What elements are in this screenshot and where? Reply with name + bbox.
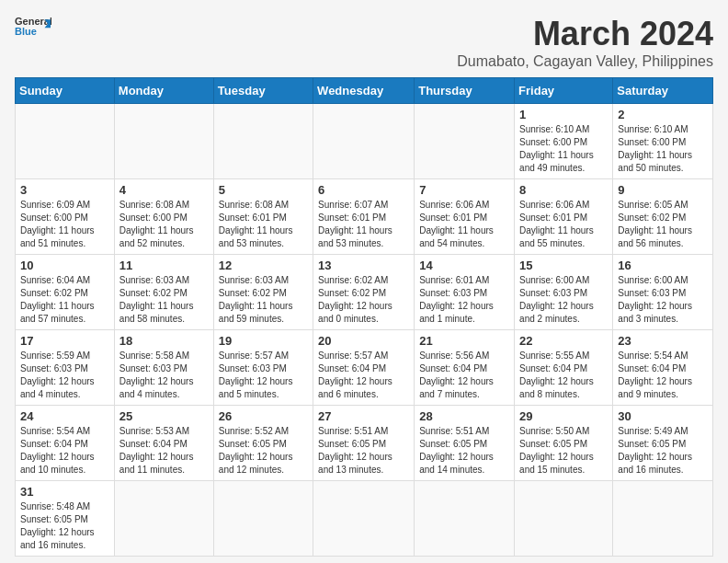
column-header-sunday: Sunday — [16, 78, 115, 104]
day-info: Sunrise: 6:00 AM Sunset: 6:03 PM Dayligh… — [618, 274, 708, 326]
calendar-cell — [415, 481, 515, 557]
calendar-cell: 4Sunrise: 6:08 AM Sunset: 6:00 PM Daylig… — [114, 179, 213, 255]
calendar-cell: 8Sunrise: 6:06 AM Sunset: 6:01 PM Daylig… — [515, 179, 613, 255]
day-number: 3 — [20, 183, 109, 197]
day-info: Sunrise: 5:57 AM Sunset: 6:04 PM Dayligh… — [318, 350, 409, 401]
calendar-cell: 28Sunrise: 5:51 AM Sunset: 6:05 PM Dayli… — [415, 406, 515, 481]
calendar-cell: 17Sunrise: 5:59 AM Sunset: 6:03 PM Dayli… — [16, 330, 115, 406]
day-number: 27 — [318, 409, 409, 423]
day-number: 9 — [618, 183, 708, 197]
calendar-cell — [114, 104, 213, 179]
calendar-cell: 9Sunrise: 6:05 AM Sunset: 6:02 PM Daylig… — [613, 179, 713, 255]
day-info: Sunrise: 5:59 AM Sunset: 6:03 PM Dayligh… — [20, 350, 109, 401]
day-number: 23 — [618, 334, 708, 348]
day-info: Sunrise: 6:10 AM Sunset: 6:00 PM Dayligh… — [519, 123, 608, 175]
calendar-cell — [16, 104, 115, 179]
column-header-wednesday: Wednesday — [313, 78, 415, 104]
day-number: 22 — [519, 334, 608, 348]
day-info: Sunrise: 6:10 AM Sunset: 6:00 PM Dayligh… — [618, 123, 708, 175]
column-header-monday: Monday — [114, 78, 213, 104]
day-info: Sunrise: 6:00 AM Sunset: 6:03 PM Dayligh… — [519, 274, 608, 326]
day-number: 6 — [318, 183, 409, 197]
day-number: 2 — [618, 108, 708, 121]
day-number: 1 — [519, 108, 608, 121]
calendar-cell: 3Sunrise: 6:09 AM Sunset: 6:00 PM Daylig… — [16, 179, 115, 255]
day-info: Sunrise: 5:50 AM Sunset: 6:05 PM Dayligh… — [519, 425, 608, 477]
calendar-cell: 25Sunrise: 5:53 AM Sunset: 6:04 PM Dayli… — [114, 406, 213, 481]
day-number: 31 — [20, 485, 109, 499]
calendar-cell: 16Sunrise: 6:00 AM Sunset: 6:03 PM Dayli… — [613, 255, 713, 330]
day-number: 4 — [119, 183, 209, 197]
calendar-cell: 23Sunrise: 5:54 AM Sunset: 6:04 PM Dayli… — [613, 330, 713, 406]
day-info: Sunrise: 5:54 AM Sunset: 6:04 PM Dayligh… — [20, 425, 109, 477]
day-info: Sunrise: 6:08 AM Sunset: 6:00 PM Dayligh… — [119, 199, 209, 250]
svg-text:Blue: Blue — [15, 26, 37, 37]
calendar-week-row: 10Sunrise: 6:04 AM Sunset: 6:02 PM Dayli… — [16, 255, 713, 330]
column-header-thursday: Thursday — [415, 78, 515, 104]
day-info: Sunrise: 5:48 AM Sunset: 6:05 PM Dayligh… — [20, 500, 109, 552]
calendar-week-row: 17Sunrise: 5:59 AM Sunset: 6:03 PM Dayli… — [16, 330, 713, 406]
calendar-cell: 27Sunrise: 5:51 AM Sunset: 6:05 PM Dayli… — [313, 406, 415, 481]
calendar-header-row: SundayMondayTuesdayWednesdayThursdayFrid… — [16, 78, 713, 104]
calendar-cell: 5Sunrise: 6:08 AM Sunset: 6:01 PM Daylig… — [213, 179, 313, 255]
calendar-cell: 13Sunrise: 6:02 AM Sunset: 6:02 PM Dayli… — [313, 255, 415, 330]
day-info: Sunrise: 6:04 AM Sunset: 6:02 PM Dayligh… — [20, 274, 109, 326]
day-number: 8 — [519, 183, 608, 197]
day-info: Sunrise: 5:57 AM Sunset: 6:03 PM Dayligh… — [219, 350, 308, 401]
calendar-cell: 20Sunrise: 5:57 AM Sunset: 6:04 PM Dayli… — [313, 330, 415, 406]
day-info: Sunrise: 5:51 AM Sunset: 6:05 PM Dayligh… — [419, 425, 509, 477]
calendar-week-row: 24Sunrise: 5:54 AM Sunset: 6:04 PM Dayli… — [16, 406, 713, 481]
day-number: 20 — [318, 334, 409, 348]
calendar-cell: 29Sunrise: 5:50 AM Sunset: 6:05 PM Dayli… — [515, 406, 613, 481]
day-number: 19 — [219, 334, 308, 348]
day-number: 21 — [419, 334, 509, 348]
calendar-cell: 6Sunrise: 6:07 AM Sunset: 6:01 PM Daylig… — [313, 179, 415, 255]
calendar-week-row: 31Sunrise: 5:48 AM Sunset: 6:05 PM Dayli… — [16, 481, 713, 557]
day-number: 10 — [20, 259, 109, 272]
day-number: 29 — [519, 409, 608, 423]
calendar-cell: 30Sunrise: 5:49 AM Sunset: 6:05 PM Dayli… — [613, 406, 713, 481]
day-info: Sunrise: 5:52 AM Sunset: 6:05 PM Dayligh… — [219, 425, 308, 477]
calendar-table: SundayMondayTuesdayWednesdayThursdayFrid… — [15, 77, 713, 557]
calendar-cell — [415, 104, 515, 179]
logo-icon: General Blue — [15, 15, 51, 40]
calendar-cell: 18Sunrise: 5:58 AM Sunset: 6:03 PM Dayli… — [114, 330, 213, 406]
calendar-week-row: 3Sunrise: 6:09 AM Sunset: 6:00 PM Daylig… — [16, 179, 713, 255]
calendar-cell: 15Sunrise: 6:00 AM Sunset: 6:03 PM Dayli… — [515, 255, 613, 330]
day-number: 24 — [20, 409, 109, 423]
day-info: Sunrise: 6:09 AM Sunset: 6:00 PM Dayligh… — [20, 199, 109, 250]
calendar-cell — [313, 104, 415, 179]
day-number: 16 — [618, 259, 708, 272]
day-info: Sunrise: 5:49 AM Sunset: 6:05 PM Dayligh… — [618, 425, 708, 477]
day-number: 7 — [419, 183, 509, 197]
column-header-saturday: Saturday — [613, 78, 713, 104]
day-number: 17 — [20, 334, 109, 348]
calendar-cell: 11Sunrise: 6:03 AM Sunset: 6:02 PM Dayli… — [114, 255, 213, 330]
calendar-cell — [213, 104, 313, 179]
day-info: Sunrise: 6:03 AM Sunset: 6:02 PM Dayligh… — [219, 274, 308, 326]
day-info: Sunrise: 5:55 AM Sunset: 6:04 PM Dayligh… — [519, 350, 608, 401]
column-header-friday: Friday — [515, 78, 613, 104]
logo: General Blue — [15, 15, 51, 42]
day-info: Sunrise: 5:58 AM Sunset: 6:03 PM Dayligh… — [119, 350, 209, 401]
column-header-tuesday: Tuesday — [213, 78, 313, 104]
calendar-cell: 31Sunrise: 5:48 AM Sunset: 6:05 PM Dayli… — [16, 481, 115, 557]
calendar-cell — [114, 481, 213, 557]
day-info: Sunrise: 6:02 AM Sunset: 6:02 PM Dayligh… — [318, 274, 409, 326]
day-info: Sunrise: 6:08 AM Sunset: 6:01 PM Dayligh… — [219, 199, 308, 250]
day-number: 12 — [219, 259, 308, 272]
day-number: 14 — [419, 259, 509, 272]
day-number: 30 — [618, 409, 708, 423]
calendar-cell — [313, 481, 415, 557]
calendar-cell: 10Sunrise: 6:04 AM Sunset: 6:02 PM Dayli… — [16, 255, 115, 330]
page-header: General Blue March 2024 Dumabato, Cagaya… — [15, 15, 713, 70]
calendar-cell: 12Sunrise: 6:03 AM Sunset: 6:02 PM Dayli… — [213, 255, 313, 330]
calendar-cell: 2Sunrise: 6:10 AM Sunset: 6:00 PM Daylig… — [613, 104, 713, 179]
day-number: 13 — [318, 259, 409, 272]
calendar-cell: 24Sunrise: 5:54 AM Sunset: 6:04 PM Dayli… — [16, 406, 115, 481]
calendar-cell: 14Sunrise: 6:01 AM Sunset: 6:03 PM Dayli… — [415, 255, 515, 330]
calendar-cell: 7Sunrise: 6:06 AM Sunset: 6:01 PM Daylig… — [415, 179, 515, 255]
calendar-cell — [213, 481, 313, 557]
day-info: Sunrise: 6:03 AM Sunset: 6:02 PM Dayligh… — [119, 274, 209, 326]
day-info: Sunrise: 6:01 AM Sunset: 6:03 PM Dayligh… — [419, 274, 509, 326]
